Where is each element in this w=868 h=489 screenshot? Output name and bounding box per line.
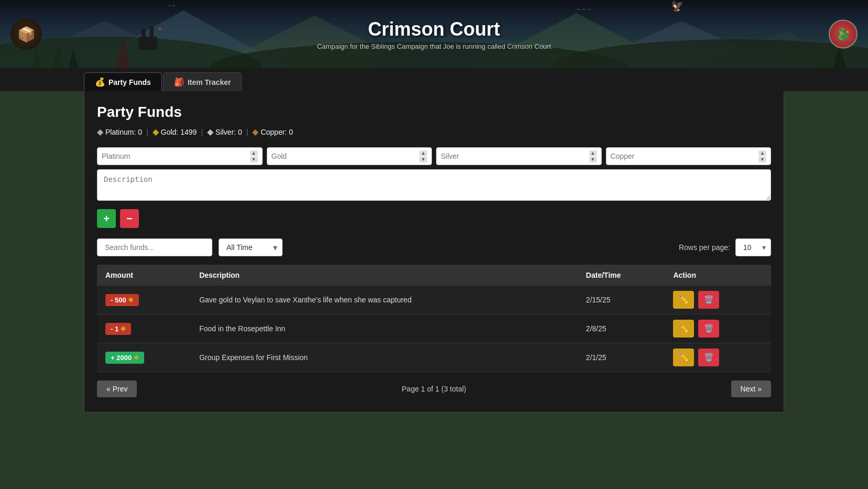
amount-badge-0: - 500	[105, 294, 139, 306]
copper-value: 0	[289, 128, 293, 136]
tab-item-tracker[interactable]: 🎒 Item Tracker	[163, 72, 242, 91]
description-input[interactable]	[97, 169, 771, 201]
separator-3: |	[246, 128, 248, 136]
edit-button-0[interactable]: ✏️	[673, 291, 694, 309]
svg-text:🦅: 🦅	[671, 0, 684, 12]
delete-button-0[interactable]: 🗑️	[698, 291, 719, 309]
gold-input[interactable]	[272, 150, 418, 162]
cell-description-1: Food in the Rosepettle Inn	[191, 314, 578, 343]
edit-button-2[interactable]: ✏️	[673, 349, 694, 366]
svg-text:~ ~ ~: ~ ~ ~	[577, 6, 591, 13]
cell-description-2: Group Expenses for First Mission	[191, 343, 578, 372]
header-title: Crimson Court	[368, 18, 500, 40]
prev-button[interactable]: « Prev	[97, 381, 137, 397]
table-header: Amount Description Date/Time Action	[97, 265, 771, 286]
svg-text:~ ~: ~ ~	[168, 3, 176, 9]
silver-display: ◆ Silver: 0	[207, 127, 242, 137]
silver-input-wrapper: ▲ ▼	[436, 147, 602, 165]
page-title: Party Funds	[97, 104, 771, 121]
time-filter-select[interactable]: All Time Today This Week This Month This…	[219, 238, 283, 256]
silver-up[interactable]: ▲	[589, 150, 597, 156]
svg-point-22	[158, 27, 161, 30]
tab-party-funds[interactable]: 💰 Party Funds	[84, 72, 162, 91]
cell-action-0: ✏️ 🗑️	[665, 286, 771, 314]
amount-badge-2: + 2000	[105, 352, 144, 364]
platinum-down[interactable]: ▼	[250, 157, 258, 162]
copper-label: Copper:	[261, 128, 287, 136]
next-button[interactable]: Next »	[731, 381, 771, 397]
cell-action-1: ✏️ 🗑️	[665, 314, 771, 343]
silver-value: 0	[238, 128, 242, 136]
header-banner: ~ ~ ~ ~ ~ 🦅 📦 Crimson Court Campaign for…	[0, 0, 868, 68]
currency-input-row: ▲ ▼ ▲ ▼ ▲ ▼ ▲ ▼	[97, 147, 771, 165]
gold-input-wrapper: ▲ ▼	[267, 147, 432, 165]
amount-badge-1: - 1	[105, 323, 131, 335]
cell-datetime-2: 2/1/25	[578, 343, 665, 372]
rows-select-wrapper: 5 10 25 50	[735, 238, 771, 256]
separator-2: |	[201, 128, 203, 136]
rows-per-page-container: Rows per page: 5 10 25 50	[679, 238, 771, 256]
remove-button[interactable]: −	[120, 209, 139, 228]
header-subtitle: Campaign for the Siblings Campaign that …	[317, 42, 551, 50]
platinum-up[interactable]: ▲	[250, 150, 258, 156]
main-content: Party Funds ◆ Platinum: 0 | ◆ Gold: 1499…	[84, 91, 784, 412]
col-action: Action	[665, 265, 771, 286]
cell-amount-1: - 1	[97, 314, 191, 343]
silver-gem-icon: ◆	[207, 127, 213, 137]
rows-per-page-label: Rows per page:	[679, 243, 730, 252]
tabs-container: 💰 Party Funds 🎒 Item Tracker	[0, 68, 868, 91]
platinum-input[interactable]	[102, 150, 248, 162]
tab-party-funds-label: Party Funds	[108, 78, 151, 86]
gold-up[interactable]: ▲	[419, 150, 427, 156]
copper-input[interactable]	[611, 150, 757, 162]
table-body: - 500 Gave gold to Veylan to save Xanthe…	[97, 286, 771, 372]
table-row: - 1 Food in the Rosepettle Inn 2/8/25 ✏️…	[97, 314, 771, 343]
page-info: Page 1 of 1 (3 total)	[402, 385, 466, 393]
currency-bar: ◆ Platinum: 0 | ◆ Gold: 1499 | ◆ Silver:…	[97, 127, 771, 137]
header-avatar[interactable]: 🐉	[829, 20, 858, 49]
add-button[interactable]: +	[97, 209, 116, 228]
time-filter-wrapper: All Time Today This Week This Month This…	[219, 238, 283, 256]
platinum-value: 0	[138, 128, 142, 136]
copper-gem-icon: ◆	[252, 127, 258, 137]
table-row: - 500 Gave gold to Veylan to save Xanthe…	[97, 286, 771, 314]
copper-display: ◆ Copper: 0	[252, 127, 293, 137]
gold-display: ◆ Gold: 1499	[153, 127, 197, 137]
separator-1: |	[146, 128, 148, 136]
cell-description-0: Gave gold to Veylan to save Xanthe's lif…	[191, 286, 578, 314]
pagination-row: « Prev Page 1 of 1 (3 total) Next »	[97, 372, 771, 399]
header-logo: 📦	[10, 18, 42, 50]
form-action-buttons: + −	[97, 209, 771, 228]
platinum-input-wrapper: ▲ ▼	[97, 147, 263, 165]
silver-down[interactable]: ▼	[589, 157, 597, 162]
avatar-icon: 🐉	[836, 27, 850, 41]
cell-datetime-1: 2/8/25	[578, 314, 665, 343]
delete-button-1[interactable]: 🗑️	[698, 320, 719, 338]
funds-table: Amount Description Date/Time Action - 50…	[97, 265, 771, 372]
cell-action-2: ✏️ 🗑️	[665, 343, 771, 372]
tab-item-tracker-label: Item Tracker	[188, 78, 231, 86]
gold-value: 1499	[180, 128, 197, 136]
platinum-label: Platinum:	[105, 128, 136, 136]
gold-down[interactable]: ▼	[419, 157, 427, 162]
item-tracker-icon: 🎒	[174, 77, 185, 87]
gold-gem-icon: ◆	[153, 127, 159, 137]
party-funds-icon: 💰	[95, 77, 105, 87]
gold-label: Gold:	[161, 128, 178, 136]
edit-button-1[interactable]: ✏️	[673, 320, 694, 338]
copper-up[interactable]: ▲	[758, 150, 766, 156]
silver-input[interactable]	[441, 150, 587, 162]
col-amount: Amount	[97, 265, 191, 286]
delete-button-2[interactable]: 🗑️	[698, 349, 719, 366]
gold-spinner: ▲ ▼	[419, 150, 427, 162]
platinum-gem-icon: ◆	[97, 127, 103, 137]
copper-spinner: ▲ ▼	[758, 150, 766, 162]
col-datetime: Date/Time	[578, 265, 665, 286]
rows-per-page-select[interactable]: 5 10 25 50	[735, 238, 771, 256]
search-input[interactable]	[97, 238, 212, 256]
filter-row: All Time Today This Week This Month This…	[97, 238, 771, 256]
cell-amount-0: - 500	[97, 286, 191, 314]
logo-icon: 📦	[17, 26, 36, 43]
copper-down[interactable]: ▼	[758, 157, 766, 162]
platinum-spinner: ▲ ▼	[250, 150, 258, 162]
